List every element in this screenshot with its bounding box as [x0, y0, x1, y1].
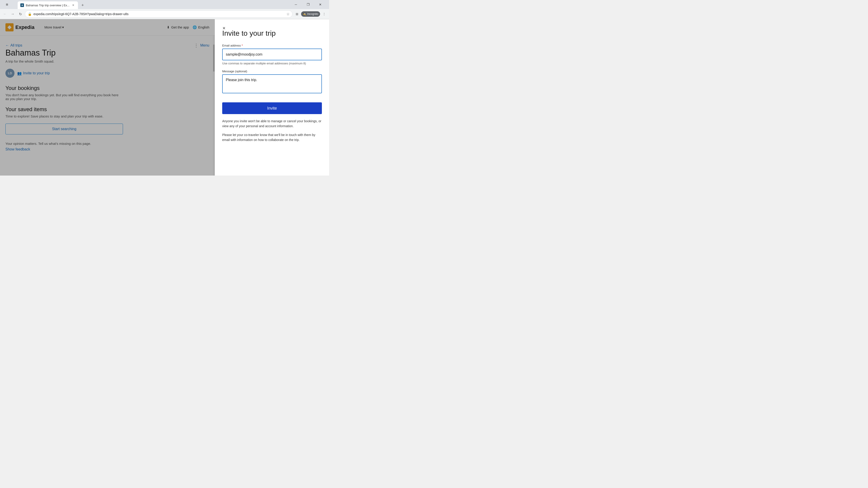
incognito-icon: 🕵 — [303, 12, 306, 15]
incognito-label: Incognito — [307, 12, 318, 15]
main-area: Expedia More travel ▾ ⬇ Get the app 🌐 En… — [0, 19, 329, 175]
message-label: Message (optional) — [222, 70, 322, 73]
expedia-panel: Expedia More travel ▾ ⬇ Get the app 🌐 En… — [0, 19, 215, 175]
email-label: Email address * — [222, 44, 322, 47]
tab-close-btn[interactable]: ✕ — [71, 3, 75, 7]
bookmark-icon: ☆ — [286, 12, 289, 16]
email-form-group: Email address * Use commas to separate m… — [222, 44, 322, 65]
email-input[interactable] — [222, 48, 322, 60]
address-text: expedia.com/trips/egti-6Q7-A2B-78SH?pwaD… — [33, 12, 285, 16]
invite-button[interactable]: Invite — [222, 102, 322, 114]
email-hint: Use commas to separate multiple email ad… — [222, 62, 322, 65]
invite-drawer: × Invite to your trip Email address * Us… — [215, 19, 329, 175]
new-tab-button[interactable]: + — [79, 2, 86, 8]
tab-bar: ✈ Bahamas Trip trip overview | Ex... ✕ + — [16, 0, 289, 9]
tab-switcher-btn[interactable]: ⊞ — [2, 1, 12, 8]
tab-title: Bahamas Trip trip overview | Ex... — [26, 4, 69, 7]
extensions-btn[interactable]: ⊞ — [294, 11, 300, 17]
forward-button[interactable]: → — [9, 11, 16, 17]
menu-btn[interactable]: ⋮ — [321, 11, 327, 17]
back-button[interactable]: ← — [2, 11, 8, 17]
page-overlay — [0, 19, 215, 175]
window-controls: ─ ❐ ✕ — [291, 1, 326, 8]
disclaimer-2: Please let your co-traveler know that we… — [222, 132, 322, 142]
lock-icon: 🔒 — [28, 12, 32, 16]
drawer-title: Invite to your trip — [222, 29, 322, 37]
tab-favicon: ✈ — [20, 3, 24, 7]
title-bar: ⊞ ✈ Bahamas Trip trip overview | Ex... ✕… — [0, 0, 329, 9]
incognito-badge: 🕵 Incognito — [301, 11, 320, 17]
browser-chrome: ⊞ ✈ Bahamas Trip trip overview | Ex... ✕… — [0, 0, 329, 19]
email-label-text: Email address — [222, 44, 241, 47]
message-textarea[interactable]: Please join this trip. — [222, 74, 322, 93]
active-tab[interactable]: ✈ Bahamas Trip trip overview | Ex... ✕ — [18, 1, 78, 9]
message-form-group: Message (optional) Please join this trip… — [222, 70, 322, 94]
address-bar[interactable]: 🔒 expedia.com/trips/egti-6Q7-A2B-78SH?pw… — [25, 10, 292, 18]
restore-button[interactable]: ❐ — [303, 1, 313, 8]
required-star: * — [241, 44, 243, 47]
address-bar-row: ← → ↻ 🔒 expedia.com/trips/egti-6Q7-A2B-7… — [0, 9, 329, 19]
close-button[interactable]: ✕ — [315, 1, 326, 8]
disclaimer-1: Anyone you invite won't be able to manag… — [222, 119, 322, 129]
minimize-button[interactable]: ─ — [291, 1, 301, 8]
reload-button[interactable]: ↻ — [17, 11, 24, 17]
close-drawer-button[interactable]: × — [220, 25, 228, 32]
browser-actions: ⊞ 🕵 Incognito ⋮ — [294, 11, 327, 17]
